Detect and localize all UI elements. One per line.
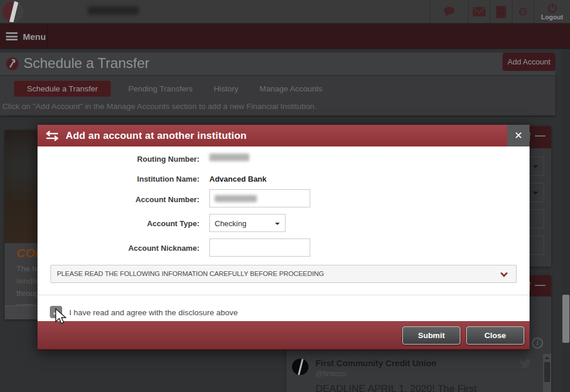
twitter-icon bbox=[520, 359, 531, 369]
add-account-button[interactable]: Add Account bbox=[503, 53, 555, 71]
hamburger-icon bbox=[6, 31, 18, 42]
chevron-down-icon bbox=[532, 192, 538, 195]
tab-schedule-a-transfer[interactable]: Schedule a Transfer bbox=[14, 81, 111, 97]
credit-union-logo-icon[interactable] bbox=[2, 1, 23, 22]
account-type-select[interactable]: Checking bbox=[209, 214, 286, 232]
minimize-icon[interactable]: — bbox=[535, 129, 545, 142]
mouse-cursor bbox=[53, 308, 67, 325]
modal-header: Add an account at another institution ✕ bbox=[38, 125, 530, 146]
feed-account-handle: @firstccu bbox=[315, 370, 346, 378]
account-type-value: Checking bbox=[215, 219, 246, 228]
envelope-icon bbox=[473, 7, 486, 16]
tab-pending-transfers[interactable]: Pending Transfers bbox=[120, 81, 201, 97]
tab-history[interactable]: History bbox=[205, 81, 246, 97]
top-icon-row: ⚙ Logout bbox=[430, 0, 570, 23]
page-title-bar: Schedule a Transfer bbox=[0, 53, 555, 75]
info-icon[interactable]: i bbox=[532, 338, 543, 349]
account-type-label: Account Type: bbox=[38, 219, 199, 228]
chevron-down-icon bbox=[532, 165, 538, 168]
tab-panel: Schedule a Transfer Pending Transfers Hi… bbox=[0, 76, 555, 115]
agree-label: I have read and agree with the disclosur… bbox=[69, 308, 238, 317]
transfer-circle-icon bbox=[5, 57, 19, 71]
institution-name-value: Advanced Bank bbox=[209, 175, 267, 183]
account-number-input[interactable] bbox=[209, 189, 310, 207]
chat-button[interactable] bbox=[430, 0, 468, 23]
settings-button[interactable]: ⚙ bbox=[512, 0, 534, 23]
routing-number-redacted bbox=[209, 154, 249, 161]
gear-icon: ⚙ bbox=[518, 6, 528, 18]
menu-label: Menu bbox=[23, 32, 46, 42]
disclosure-accordion[interactable]: PLEASE READ THE FOLLOWING INFORMATION CA… bbox=[50, 265, 517, 283]
tab-manage-accounts[interactable]: Manage Accounts bbox=[251, 81, 330, 97]
modal-title: Add an account at another institution bbox=[66, 130, 247, 142]
minimize-icon[interactable]: — bbox=[535, 279, 545, 291]
user-name-redacted bbox=[88, 6, 138, 15]
tab-row: Schedule a Transfer Pending Transfers Hi… bbox=[14, 81, 331, 97]
account-nickname-input[interactable] bbox=[209, 238, 310, 257]
modal-close-button[interactable]: ✕ bbox=[507, 125, 530, 146]
menu-button[interactable]: Menu bbox=[6, 23, 46, 49]
logout-button[interactable]: Logout bbox=[534, 0, 570, 23]
menu-bar: Menu bbox=[0, 23, 570, 49]
calculator-icon bbox=[496, 6, 506, 18]
feed-account-name: First Community Credit Union bbox=[315, 359, 436, 368]
add-account-modal: Add an account at another institution ✕ … bbox=[38, 125, 530, 350]
menu-divider bbox=[47, 23, 48, 49]
routing-number-label: Routing Number: bbox=[38, 155, 199, 163]
page-title: Schedule a Transfer bbox=[23, 55, 150, 71]
chevron-down-icon bbox=[275, 223, 280, 225]
institution-name-label: Institution Name: bbox=[38, 175, 199, 183]
mail-button[interactable] bbox=[468, 0, 490, 23]
account-number-redacted bbox=[215, 195, 257, 202]
tweet-text: DEADLINE APRIL 1, 2020! The First bbox=[315, 383, 532, 392]
power-icon bbox=[547, 3, 558, 13]
page-scrollbar-thumb[interactable] bbox=[562, 295, 569, 343]
divider bbox=[38, 295, 530, 295]
feed-avatar bbox=[292, 359, 308, 375]
screen: ⚙ Logout Menu Schedule a Transfer Add bbox=[0, 0, 570, 392]
instruction-text: Click on "Add Account" in the Manage Acc… bbox=[2, 102, 317, 111]
transfer-arrows-icon bbox=[45, 131, 60, 141]
chevron-down-icon bbox=[500, 270, 508, 277]
account-number-label: Account Number: bbox=[38, 195, 199, 204]
submit-button[interactable]: Submit bbox=[402, 326, 460, 345]
account-nickname-label: Account Nickname: bbox=[38, 244, 199, 253]
scroll-thumb[interactable] bbox=[544, 362, 550, 382]
calculator-button[interactable] bbox=[490, 0, 512, 23]
modal-body: Routing Number: Institution Name: Advanc… bbox=[38, 146, 530, 321]
scroll-up-icon[interactable] bbox=[545, 356, 549, 359]
top-header: ⚙ Logout bbox=[0, 0, 570, 23]
speech-bubble-icon bbox=[443, 6, 456, 18]
logout-label: Logout bbox=[541, 13, 563, 21]
disclosure-header-text: PLEASE READ THE FOLLOWING INFORMATION CA… bbox=[57, 270, 324, 277]
modal-footer: Submit Close bbox=[38, 321, 530, 350]
feed-scrollbar[interactable] bbox=[543, 354, 551, 392]
close-button[interactable]: Close bbox=[466, 326, 524, 345]
